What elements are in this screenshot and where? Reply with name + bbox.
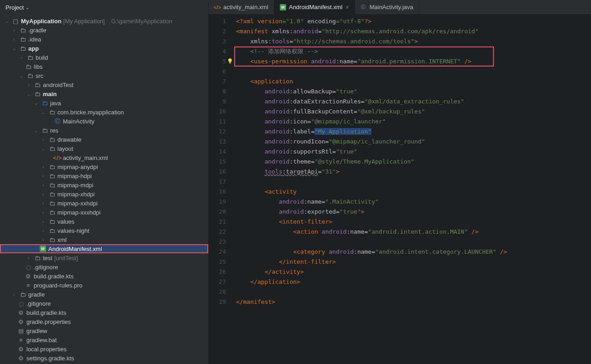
tree-item[interactable]: ›🗀build: [0, 53, 208, 62]
expand-arrow-icon[interactable]: ⌄: [4, 19, 10, 24]
tree-item[interactable]: ≡gradlew.bat: [0, 335, 208, 344]
tree-label-bracket: [unitTest]: [54, 255, 78, 261]
android-icon[interactable]: [227, 117, 233, 127]
tree-item[interactable]: ⒸMainActivity: [0, 117, 208, 126]
expand-arrow-icon[interactable]: ›: [40, 201, 46, 206]
root-path: G:\game\MyApplication: [111, 18, 172, 25]
tree-item-manifest[interactable]: MAndroidManifest.xml: [0, 244, 208, 253]
expand-arrow-icon[interactable]: ›: [40, 219, 46, 224]
tree-item[interactable]: ›🗀drawable: [0, 135, 208, 144]
tree-item[interactable]: ›🗀values: [0, 217, 208, 226]
folder-icon: 🗀: [48, 145, 56, 152]
folder-icon: 🗀: [48, 163, 56, 170]
tree-item[interactable]: ›🗀mipmap-xxxhdpi: [0, 208, 208, 217]
tree-item[interactable]: ▤gradlew: [0, 326, 208, 335]
tree-label: drawable: [57, 136, 82, 143]
android-icon[interactable]: [227, 137, 233, 147]
expand-arrow-icon[interactable]: ⌄: [40, 146, 46, 151]
tree-item[interactable]: ⚙gradle.properties: [0, 317, 208, 326]
expand-arrow-icon[interactable]: ⌄: [18, 73, 25, 78]
tree-item[interactable]: ›🗀mipmap-xxhdpi: [0, 199, 208, 208]
tree-item[interactable]: 🗀libs: [0, 62, 208, 71]
tree-item[interactable]: ›🗀mipmap-mdpi: [0, 180, 208, 190]
editor-area: </> activity_main.xml M AndroidManifest.…: [209, 0, 591, 364]
tree-label: build.gradle.kts: [26, 309, 66, 316]
tree-item[interactable]: ›🗀mipmap-hdpi: [0, 171, 208, 180]
expand-arrow-icon[interactable]: ›: [40, 174, 46, 179]
tree-label: values-night: [57, 227, 89, 234]
expand-arrow-icon[interactable]: ›: [18, 55, 25, 60]
tree-item[interactable]: ›🗀mipmap-anydpi: [0, 162, 208, 171]
sidebar-header[interactable]: Project ⌄: [0, 0, 208, 15]
sidebar-title: Project: [5, 4, 24, 11]
class-icon: Ⓒ: [360, 4, 367, 10]
expand-arrow-icon[interactable]: ›: [40, 228, 46, 233]
tree-item[interactable]: ›🗀xml: [0, 235, 208, 244]
tree-item[interactable]: ›🗀values-night: [0, 226, 208, 235]
expand-arrow-icon[interactable]: ›: [40, 137, 46, 142]
tree-item[interactable]: ›🗀mipmap-xhdpi: [0, 190, 208, 199]
expand-arrow-icon[interactable]: ›: [26, 82, 32, 87]
tree-item[interactable]: ⌄🗀app: [0, 44, 208, 53]
tree-item[interactable]: ⚙build.gradle.kts: [0, 308, 208, 317]
expand-arrow-icon[interactable]: ›: [11, 292, 17, 297]
code-editor[interactable]: 12345 678910 1112131415 1617181920 21222…: [209, 15, 591, 364]
file-icon: ⚙: [17, 318, 25, 325]
tree-item[interactable]: ⌄🗀src: [0, 71, 208, 80]
tree-item[interactable]: ›🗀.gradle: [0, 26, 208, 35]
folder-icon: 🗀: [48, 218, 56, 225]
tab-android-manifest[interactable]: M AndroidManifest.xml ×: [274, 0, 355, 14]
tree-label: build.gradle.kts: [34, 273, 73, 280]
folder-icon: 🗀: [19, 45, 26, 52]
tree-label: .gradle: [28, 27, 46, 34]
expand-arrow-icon[interactable]: ›: [40, 210, 46, 215]
tree-item[interactable]: ⌄🗀com.bricke.myapplication: [0, 108, 208, 117]
expand-arrow-icon[interactable]: ⌄: [11, 46, 17, 51]
expand-arrow-icon[interactable]: ⌄: [26, 92, 32, 97]
tree-item[interactable]: ◌.gitignore: [0, 299, 208, 308]
tree-item[interactable]: ⚙build.gradle.kts: [0, 272, 208, 281]
tree-item[interactable]: ◌.gitignore: [0, 262, 208, 272]
gutter: 12345 678910 1112131415 1617181920 21222…: [209, 15, 234, 364]
expand-arrow-icon[interactable]: ›: [11, 28, 17, 33]
folder-icon: 🗀: [19, 36, 26, 43]
code-content[interactable]: <?xml version="1.0" encoding="utf-8"?> <…: [234, 15, 591, 364]
tree-item[interactable]: ⚙settings.gradle.kts: [0, 354, 208, 363]
tree-label: .gitignore: [26, 300, 51, 307]
folder-icon: 🗀: [48, 190, 56, 198]
tree-label: gradlew: [26, 328, 47, 334]
tree-item[interactable]: ⌄🗀res: [0, 126, 208, 135]
tree-item[interactable]: ≡proguard-rules.pro: [0, 281, 208, 290]
bulb-icon[interactable]: 💡: [227, 56, 233, 67]
tree-item[interactable]: ⌄🗀layout: [0, 144, 208, 153]
tab-main-activity[interactable]: Ⓒ MainActivity.java: [355, 0, 419, 14]
tree-label: gradle: [28, 291, 45, 298]
close-icon[interactable]: ×: [345, 4, 349, 11]
tree-label: mipmap-hdpi: [57, 173, 92, 179]
tab-activity-main[interactable]: </> activity_main.xml: [209, 0, 274, 14]
tree-item[interactable]: ›🗀gradle: [0, 290, 208, 299]
gradle-icon: ⚙: [17, 354, 25, 362]
project-sidebar: Project ⌄ ⌄ ▢ MyApplication [My Applicat…: [0, 0, 209, 364]
expand-arrow-icon[interactable]: ›: [40, 237, 46, 242]
folder-icon: 🗀: [26, 54, 34, 61]
tree-label: settings.gradle.kts: [26, 355, 74, 362]
expand-arrow-icon[interactable]: ⌄: [40, 110, 46, 115]
expand-arrow-icon[interactable]: ›: [40, 183, 46, 188]
tree-item[interactable]: ›🗀test [unitTest]: [0, 253, 208, 262]
tree-root[interactable]: ⌄ ▢ MyApplication [My Application] G:\ga…: [0, 16, 208, 26]
expand-arrow-icon[interactable]: ›: [40, 192, 46, 197]
tree-item[interactable]: ⚙local.properties: [0, 344, 208, 354]
tree-item[interactable]: ⌄🗀java: [0, 98, 208, 108]
expand-arrow-icon[interactable]: ›: [11, 37, 17, 42]
expand-arrow-icon[interactable]: ⌄: [33, 128, 39, 133]
expand-arrow-icon[interactable]: ›: [40, 164, 46, 169]
tree-item[interactable]: ›🗀.idea: [0, 35, 208, 44]
expand-arrow-icon[interactable]: ⌄: [33, 101, 39, 106]
tree-item[interactable]: </>activity_main.xml: [0, 153, 208, 162]
tree-label: .gitignore: [34, 264, 58, 271]
expand-arrow-icon[interactable]: ›: [26, 256, 32, 261]
tree-label: MainActivity: [63, 118, 94, 125]
tree-item[interactable]: ›🗀androidTest: [0, 80, 208, 89]
tree-item[interactable]: ⌄🗀main: [0, 89, 208, 98]
